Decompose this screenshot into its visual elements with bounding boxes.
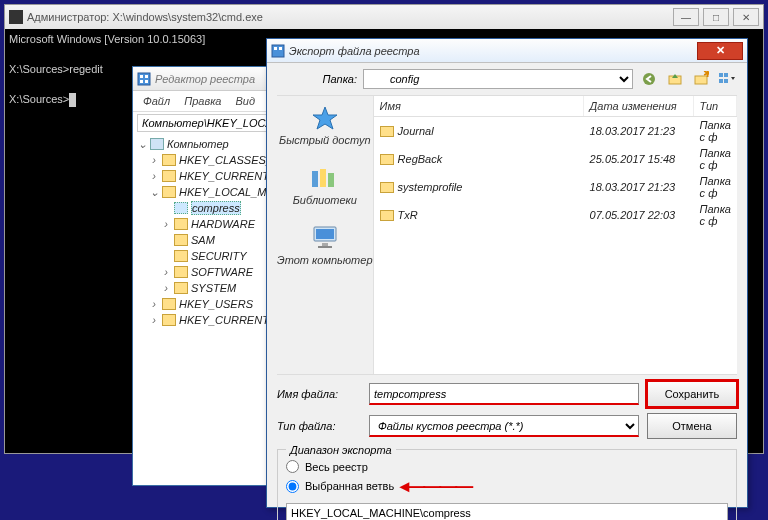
folder-icon <box>380 210 394 221</box>
svg-rect-19 <box>328 173 334 187</box>
cmd-title-text: Администратор: X:\windows\system32\cmd.e… <box>27 11 669 23</box>
folder-icon <box>380 182 394 193</box>
dialog-titlebar[interactable]: Экспорт файла реестра ✕ <box>267 39 747 63</box>
export-dialog: Экспорт файла реестра ✕ Папка: config ✱ … <box>266 38 748 508</box>
close-button[interactable]: ✕ <box>697 42 743 60</box>
svg-rect-17 <box>312 171 318 187</box>
svg-rect-2 <box>145 75 148 78</box>
star-icon <box>309 104 341 132</box>
file-date: 18.03.2017 21:23 <box>584 173 694 201</box>
close-button[interactable]: ✕ <box>733 8 759 26</box>
columns-header[interactable]: Имя Дата изменения Тип <box>374 96 737 117</box>
col-name[interactable]: Имя <box>374 96 584 116</box>
scope-branch-row[interactable]: Выбранная ветвь ◂———— <box>286 475 728 497</box>
filename-input[interactable] <box>369 383 639 405</box>
scope-branch-label: Выбранная ветвь <box>305 480 394 492</box>
file-date: 25.05.2017 15:48 <box>584 145 694 173</box>
new-folder-icon[interactable]: ✱ <box>691 69 711 89</box>
file-date: 07.05.2017 22:03 <box>584 201 694 229</box>
svg-rect-14 <box>719 79 723 83</box>
file-name: systemprofile <box>398 181 463 193</box>
svg-rect-23 <box>318 246 332 248</box>
maximize-button[interactable]: □ <box>703 8 729 26</box>
libraries-icon <box>309 164 341 192</box>
svg-rect-1 <box>140 75 143 78</box>
cancel-button[interactable]: Отмена <box>647 413 737 439</box>
svg-rect-13 <box>724 73 728 77</box>
computer-icon <box>309 224 341 252</box>
scope-all-label: Весь реестр <box>305 461 368 473</box>
svg-rect-3 <box>140 80 143 83</box>
menu-file[interactable]: Файл <box>137 93 176 109</box>
file-row[interactable]: RegBack25.05.2017 15:48Папка с ф <box>374 145 737 173</box>
svg-rect-0 <box>138 73 150 85</box>
file-type: Папка с ф <box>694 145 737 173</box>
svg-rect-18 <box>320 169 326 187</box>
branch-path-input[interactable] <box>286 503 728 520</box>
file-row[interactable]: TxR07.05.2017 22:03Папка с ф <box>374 201 737 229</box>
svg-marker-16 <box>313 107 337 129</box>
file-type: Папка с ф <box>694 201 737 229</box>
cmd-line: X:\Sources> <box>9 93 69 105</box>
cmd-icon <box>9 10 23 24</box>
cmd-titlebar[interactable]: Администратор: X:\windows\system32\cmd.e… <box>5 5 763 29</box>
place-this-pc[interactable]: Этот компьютер <box>277 224 372 266</box>
folder-select[interactable]: config <box>363 69 633 89</box>
minimize-button[interactable]: — <box>673 8 699 26</box>
col-type[interactable]: Тип <box>694 96 737 116</box>
dialog-main: Быстрый доступ Библиотеки Этот компьютер… <box>277 95 737 375</box>
svg-rect-15 <box>724 79 728 83</box>
scope-all-row[interactable]: Весь реестр <box>286 460 728 473</box>
file-row[interactable]: Journal18.03.2017 21:23Папка с ф <box>374 117 737 145</box>
file-name: Journal <box>398 125 434 137</box>
place-quick-access[interactable]: Быстрый доступ <box>279 104 370 146</box>
svg-point-8 <box>643 73 655 85</box>
dialog-title-text: Экспорт файла реестра <box>289 45 693 57</box>
svg-rect-12 <box>719 73 723 77</box>
file-row[interactable]: systemprofile18.03.2017 21:23Папка с ф <box>374 173 737 201</box>
arrow-annotation-icon: ◂———— <box>400 475 471 497</box>
file-date: 18.03.2017 21:23 <box>584 117 694 145</box>
menu-view[interactable]: Вид <box>229 93 261 109</box>
folder-icon <box>380 126 394 137</box>
cmd-line: Microsoft Windows [Version 10.0.15063] <box>9 33 205 45</box>
save-button[interactable]: Сохранить <box>647 381 737 407</box>
svg-rect-22 <box>322 243 328 246</box>
file-name: RegBack <box>398 153 443 165</box>
scope-legend: Диапазон экспорта <box>286 444 396 456</box>
svg-rect-4 <box>145 80 148 83</box>
folder-icon <box>380 154 394 165</box>
svg-rect-5 <box>272 45 284 57</box>
scope-all-radio[interactable] <box>286 460 299 473</box>
svg-text:✱: ✱ <box>703 71 709 79</box>
scope-branch-radio[interactable] <box>286 480 299 493</box>
dialog-toolbar: Папка: config ✱ <box>267 63 747 95</box>
place-libraries[interactable]: Библиотеки <box>293 164 357 206</box>
cursor <box>69 93 76 107</box>
menu-edit[interactable]: Правка <box>178 93 227 109</box>
back-icon[interactable] <box>639 69 659 89</box>
export-scope: Диапазон экспорта Весь реестр Выбранная … <box>277 449 737 520</box>
col-date[interactable]: Дата изменения <box>584 96 694 116</box>
svg-rect-6 <box>274 47 277 50</box>
folder-label: Папка: <box>277 73 357 85</box>
svg-rect-7 <box>279 47 282 50</box>
file-listing[interactable]: Имя Дата изменения Тип Journal18.03.2017… <box>374 96 737 374</box>
svg-rect-21 <box>316 229 334 239</box>
up-folder-icon[interactable] <box>665 69 685 89</box>
file-type: Папка с ф <box>694 117 737 145</box>
filename-label: Имя файла: <box>277 388 361 400</box>
file-type: Папка с ф <box>694 173 737 201</box>
dialog-fields: Имя файла: Сохранить Тип файла: Файлы ку… <box>267 375 747 445</box>
filetype-label: Тип файла: <box>277 420 361 432</box>
regedit-icon <box>271 44 285 58</box>
file-name: TxR <box>398 209 418 221</box>
cmd-line: X:\Sources>regedit <box>9 63 103 75</box>
places-bar: Быстрый доступ Библиотеки Этот компьютер <box>277 96 374 374</box>
filetype-select[interactable]: Файлы кустов реестра (*.*) <box>369 415 639 437</box>
regedit-icon <box>137 72 151 86</box>
views-icon[interactable] <box>717 69 737 89</box>
